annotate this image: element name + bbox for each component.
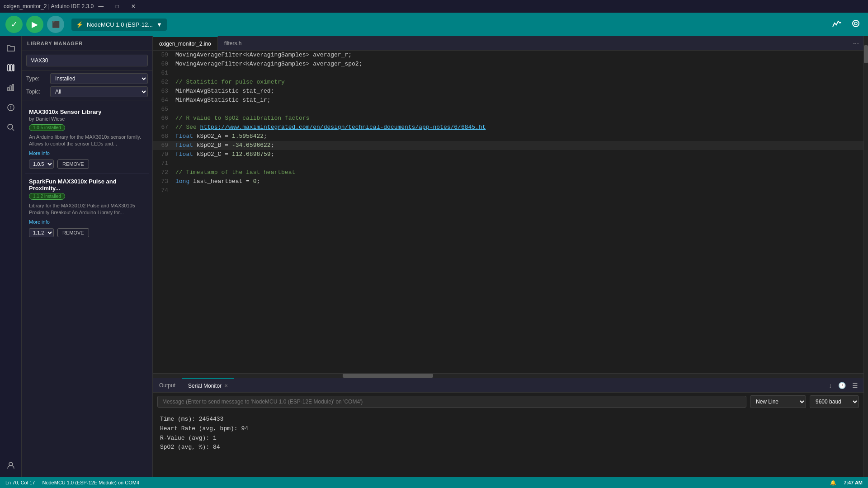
tab-bar: oxigen_monitor_2.ino filters.h ··· (153, 36, 863, 51)
code-line-72: 72 // Timestamp of the last heartbeat (153, 168, 863, 177)
code-line-66: 66 // R value to SpO2 calibration factor… (153, 114, 863, 123)
horizontal-scrollbar[interactable] (153, 373, 863, 378)
lib-item-title: MAX3010x Sensor Library (29, 108, 145, 115)
svg-point-10 (10, 108, 11, 109)
debug-button[interactable]: ⬛ (47, 16, 64, 33)
code-line-70: 70 float kSpO2_C = 112.6898759; (153, 150, 863, 159)
titlebar: oxigen_monitor_2 | Arduino IDE 2.3.0 — □… (0, 0, 868, 13)
library-list: MAX3010x Sensor Library by Daniel Wiese … (22, 100, 152, 477)
code-line-67: 67 // See https://www.maximintegrated.co… (153, 123, 863, 132)
settings-button[interactable]: ☰ (850, 381, 860, 390)
title-text: oxigen_monitor_2 | Arduino IDE 2.3.0 (4, 3, 94, 9)
sidebar-debug-button[interactable] (3, 99, 19, 116)
icon-sidebar (0, 36, 22, 477)
svg-point-11 (8, 124, 13, 129)
svg-rect-6 (10, 86, 11, 91)
svg-rect-5 (8, 88, 9, 91)
sidebar-folder-button[interactable] (3, 40, 19, 56)
verify-button[interactable]: ✓ (5, 16, 23, 33)
library-search-input[interactable] (26, 55, 148, 66)
toolbar: ✓ ▶ ⬛ ⚡ NodeMCU 1.0 (ESP-12... ▼ (0, 13, 868, 36)
serial-line: Heart Rate (avg, bpm): 94 (160, 424, 856, 434)
svg-point-1 (854, 22, 857, 25)
code-line-74: 74 (153, 186, 863, 195)
serial-plotter-button[interactable] (830, 17, 844, 33)
code-line-63: 63 MinMaxAvgStatistic stat_red; (153, 87, 863, 96)
bottom-panel: Output Serial Monitor ✕ ↓ 🕐 ☰ New Line N… (153, 378, 863, 477)
tab-ino[interactable]: oxigen_monitor_2.ino (153, 36, 218, 50)
list-item: SparkFun MAX3010x Pulse and Proximity...… (25, 174, 149, 242)
type-select[interactable]: Installed All (50, 73, 148, 84)
sidebar-library-button[interactable] (3, 60, 19, 76)
serial-monitor-tab[interactable]: Serial Monitor ✕ (182, 378, 234, 392)
library-search-section (22, 51, 152, 70)
list-item: MAX3010x Sensor Library by Daniel Wiese … (25, 104, 149, 174)
minimize-button[interactable]: — (94, 2, 108, 11)
serial-line: R-Value (avg): 1 (160, 434, 856, 443)
maximize-button[interactable]: □ (110, 2, 124, 11)
svg-rect-3 (10, 65, 12, 71)
status-right: 🔔 7:47 AM (830, 480, 863, 486)
serial-tab-close[interactable]: ✕ (224, 383, 228, 388)
code-line-59: 59 MovingAverageFilter<kAveragingSamples… (153, 51, 863, 60)
board-arrow-icon: ▼ (156, 21, 162, 28)
serial-line: Time (ms): 2454433 (160, 415, 856, 424)
lib-version-select[interactable]: 1.0.5 (29, 160, 54, 169)
output-tab[interactable]: Output (153, 378, 182, 392)
svg-rect-7 (12, 84, 14, 91)
code-editor[interactable]: 59 MovingAverageFilter<kAveragingSamples… (153, 51, 863, 373)
board-name: NodeMCU 1.0 (ESP-12... (87, 21, 153, 28)
lib-remove-button[interactable]: REMOVE (57, 228, 89, 237)
close-button[interactable]: ✕ (126, 2, 141, 11)
sidebar-search-button[interactable] (3, 119, 19, 136)
bottom-tab-controls: ↓ 🕐 ☰ (827, 381, 863, 390)
code-line-71: 71 (153, 159, 863, 168)
tab-more-button[interactable]: ··· (849, 39, 863, 47)
svg-rect-2 (8, 65, 9, 71)
code-line-62: 62 // Statistic for pulse oximetry (153, 78, 863, 87)
vertical-scrollbar[interactable] (863, 36, 868, 477)
sidebar-user-button[interactable] (3, 457, 19, 474)
sidebar-chart-button[interactable] (3, 80, 19, 96)
code-line-65: 65 (153, 105, 863, 114)
serial-output: Time (ms): 2454433 Heart Rate (avg, bpm)… (153, 411, 863, 477)
toolbar-right (830, 17, 863, 33)
baud-rate-select[interactable]: 9600 baud 115200 baud (810, 395, 859, 408)
lib-version-select[interactable]: 1.1.2 (29, 228, 54, 237)
code-line-61: 61 (153, 69, 863, 78)
status-time: 7:47 AM (844, 480, 863, 485)
topic-select[interactable]: All (50, 86, 148, 97)
notification-bell-icon[interactable]: 🔔 (830, 480, 836, 486)
library-filters: Type: Installed All Topic: All (22, 70, 152, 100)
lib-item-controls: 1.0.5 REMOVE (29, 160, 145, 169)
main-layout: LIBRARY MANAGER Type: Installed All Topi… (0, 36, 868, 477)
lib-item-author: by Daniel Wiese (29, 116, 145, 122)
svg-point-0 (853, 20, 859, 27)
svg-rect-4 (13, 65, 14, 71)
lib-remove-button[interactable]: REMOVE (57, 160, 89, 169)
upload-button[interactable]: ▶ (26, 16, 43, 33)
serial-message-input[interactable] (157, 396, 746, 408)
serial-monitor-button[interactable] (849, 17, 863, 33)
type-label: Type: (26, 75, 47, 82)
code-line-69: 69 float kSpO2_B = -34.6596622; (153, 141, 863, 150)
statusbar: Ln 70, Col 17 NodeMCU 1.0 (ESP-12E Modul… (0, 477, 868, 488)
code-line-73: 73 long last_heartbeat = 0; (153, 177, 863, 186)
window-controls: — □ ✕ (94, 2, 141, 11)
lib-item-more-link[interactable]: More info (29, 150, 145, 156)
lib-item-desc: An Arduino library for the MAX3010x sens… (29, 134, 145, 148)
new-line-select[interactable]: New Line No Line Ending Carriage Return … (750, 395, 806, 408)
clock-button[interactable]: 🕐 (836, 381, 848, 390)
lib-item-more-link[interactable]: More info (29, 219, 145, 225)
lib-item-badge: 1.0.5 installed (29, 124, 65, 131)
tab-filters[interactable]: filters.h (218, 36, 249, 50)
board-status: NodeMCU 1.0 (ESP-12E Module) on COM4 (42, 480, 139, 485)
lib-item-desc: Library for the MAX30102 Pulse and MAX30… (29, 202, 145, 216)
svg-line-12 (12, 129, 14, 131)
usb-icon: ⚡ (76, 21, 83, 28)
topic-label: Topic: (26, 89, 47, 95)
library-panel-header: LIBRARY MANAGER (22, 36, 152, 51)
scroll-down-button[interactable]: ↓ (827, 381, 834, 390)
board-selector[interactable]: ⚡ NodeMCU 1.0 (ESP-12... ▼ (71, 19, 167, 31)
library-panel: LIBRARY MANAGER Type: Installed All Topi… (22, 36, 153, 477)
